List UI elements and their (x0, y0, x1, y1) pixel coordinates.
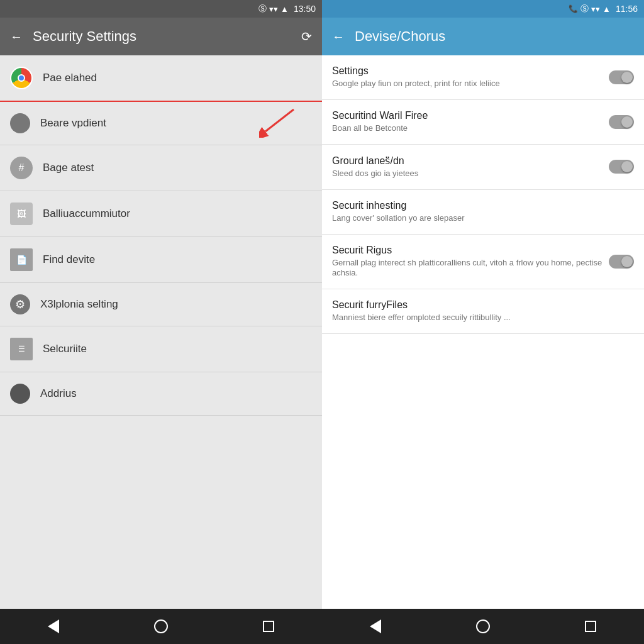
bixby-icon: Ⓢ (258, 3, 267, 14)
image-symbol: 🖼 (17, 209, 26, 219)
nav-label-pae-elahed: Pae elahed (43, 72, 97, 84)
menu-square-right (585, 621, 596, 632)
setting-item-settings[interactable]: Settings Google play fiun on protect, pr… (322, 55, 644, 100)
image-icon: 🖼 (10, 203, 33, 225)
nav-label-balliuaccummiutor: Balliuaccummiutor (43, 208, 130, 220)
grid-symbol: # (19, 162, 25, 174)
nav-label-selcuriite: Selcuriite (43, 343, 87, 355)
setting-title-2: Grourd lanes̈/dn (332, 155, 609, 167)
nav-label-find-devite: Find devite (43, 253, 95, 266)
setting-text-furryfiles: Securit furryFiles Manniest biere effer … (332, 299, 634, 323)
nav-item-bage-atest[interactable]: # Bage atest (0, 145, 322, 191)
status-bar-left: Ⓢ ▾▾ ▲ 13:50 (0, 0, 322, 18)
menu-nav-btn-right[interactable] (585, 621, 596, 632)
toggle-0[interactable] (609, 70, 634, 84)
header-left: ← Security Settings ⟳ (0, 18, 322, 55)
setting-desc-4: Gernall plag interect sh platticorallien… (332, 258, 609, 279)
header-right: ← Devise/Chorus (322, 18, 644, 55)
back-triangle-right (370, 619, 381, 633)
chrome-icon (10, 67, 33, 89)
back-button-left[interactable]: ← (10, 30, 23, 44)
bixby-icon-right: Ⓢ (580, 3, 589, 14)
status-right-icons: 📞 Ⓢ ▾▾ ▲ 11:56 (569, 3, 638, 14)
setting-text-settings: Settings Google play fiun on protect, pr… (332, 65, 609, 89)
grid-icon: # (10, 157, 33, 179)
setting-title-3: Securit inhesting (332, 200, 634, 211)
back-button-right[interactable]: ← (332, 30, 345, 44)
svg-line-1 (265, 109, 294, 131)
signal-icon: ▲ (280, 4, 289, 14)
doc-symbol: 📄 (16, 255, 27, 265)
setting-text-inhesting: Securit inhesting Lang cover' sollation … (332, 200, 634, 224)
nav-item-find-devite[interactable]: 📄 Find devite (0, 237, 322, 283)
nav-item-x3lplonia-selting[interactable]: ⚙ X3lplonia selting (0, 283, 322, 326)
page-title-right: Devise/Chorus (355, 28, 445, 45)
setting-title-1: Securitind Waril Firee (332, 110, 609, 121)
nav-list: Pae elahed Beare vpdient (0, 55, 322, 609)
setting-title-5: Securit furryFiles (332, 299, 634, 311)
setting-text-rigus: Securit Rigus Gernall plag interect sh p… (332, 245, 609, 279)
setting-item-inhesting[interactable]: Securit inhesting Lang cover' sollation … (322, 190, 644, 235)
nav-item-beare-vpdient[interactable]: Beare vpdient (0, 102, 322, 145)
dark-circle-icon (10, 113, 30, 133)
nav-bar-left (0, 609, 322, 644)
setting-desc-2: Sleed dos gio ia yietees (332, 169, 609, 179)
nav-label-x3lplonia-selting: X3lplonia selting (40, 298, 118, 311)
menu-square-left (263, 621, 274, 632)
time-right: 11:56 (616, 4, 638, 14)
left-panel: Ⓢ ▾▾ ▲ 13:50 ← Security Settings ⟳ Pae e… (0, 0, 322, 644)
settings-circle-icon: ⚙ (10, 294, 30, 314)
setting-desc-5: Manniest biere effer omploted secuily ri… (332, 313, 634, 323)
list-icon: ☰ (10, 338, 33, 360)
back-nav-btn-left[interactable] (48, 619, 59, 633)
setting-text-grourd: Grourd lanes̈/dn Sleed dos gio ia yietee… (332, 155, 609, 179)
nav-label-bage-atest: Bage atest (43, 162, 94, 174)
back-triangle-left (48, 619, 59, 633)
setting-item-furryfiles[interactable]: Securit furryFiles Manniest biere effer … (322, 289, 644, 334)
nav-item-addrius[interactable]: Addrius (0, 372, 322, 416)
refresh-icon[interactable]: ⟳ (301, 29, 312, 44)
dot-icon (10, 384, 30, 404)
toggle-2[interactable] (609, 160, 634, 174)
setting-desc-0: Google play fiun on protect, print for n… (332, 79, 609, 89)
menu-nav-btn-left[interactable] (263, 621, 274, 632)
wifi-icon-right: ▾▾ (591, 4, 600, 14)
setting-title-4: Securit Rigus (332, 245, 609, 256)
wifi-icon: ▾▾ (269, 4, 278, 14)
list-symbol: ☰ (18, 345, 25, 353)
home-circle-left (154, 619, 168, 633)
red-arrow-annotation (259, 106, 297, 140)
nav-label-addrius: Addrius (40, 387, 77, 400)
setting-item-grourd[interactable]: Grourd lanes̈/dn Sleed dos gio ia yietee… (322, 145, 644, 190)
toggle-4[interactable] (609, 255, 634, 269)
nav-item-pae-elahed[interactable]: Pae elahed (0, 55, 322, 102)
home-nav-btn-left[interactable] (154, 619, 168, 633)
time-left: 13:50 (294, 4, 316, 14)
status-bar-right: 📞 Ⓢ ▾▾ ▲ 11:56 (322, 0, 644, 18)
back-nav-btn-right[interactable] (370, 619, 381, 633)
page-title-left: Security Settings (33, 28, 291, 45)
doc-icon: 📄 (10, 248, 33, 271)
gear-symbol: ⚙ (15, 297, 25, 311)
nav-bar-right (322, 609, 644, 644)
phone-icon-right: 📞 (569, 4, 578, 13)
setting-text-securitind: Securitind Waril Firee Boan all be Betco… (332, 110, 609, 134)
nav-item-balliuaccummiutor[interactable]: 🖼 Balliuaccummiutor (0, 191, 322, 237)
setting-item-rigus[interactable]: Securit Rigus Gernall plag interect sh p… (322, 235, 644, 290)
home-circle-right (476, 619, 490, 633)
setting-title-0: Settings (332, 65, 609, 77)
setting-item-securitind[interactable]: Securitind Waril Firee Boan all be Betco… (322, 100, 644, 145)
nav-label-beare-vpdient: Beare vpdient (40, 117, 106, 130)
settings-list: Settings Google play fiun on protect, pr… (322, 55, 644, 609)
status-icons-left: Ⓢ ▾▾ ▲ 13:50 (258, 3, 316, 14)
home-nav-btn-right[interactable] (476, 619, 490, 633)
right-panel: 📞 Ⓢ ▾▾ ▲ 11:56 ← Devise/Chorus Settings … (322, 0, 644, 644)
setting-desc-1: Boan all be Betconte (332, 123, 609, 134)
toggle-1[interactable] (609, 115, 634, 129)
setting-desc-3: Lang cover' sollation yo are slepaser (332, 213, 634, 224)
signal-icon-right: ▲ (602, 4, 611, 14)
nav-item-selcuriite[interactable]: ☰ Selcuriite (0, 326, 322, 372)
